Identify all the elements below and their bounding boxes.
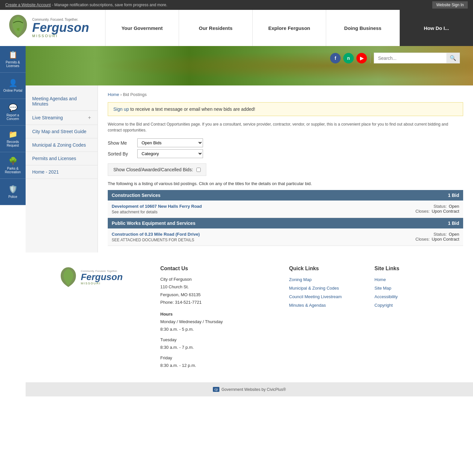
table-row: Construction of 0.23 Mile Road (Ford Dri… <box>108 228 463 246</box>
status-value-2: Open <box>449 232 459 237</box>
footer-hours-mwth-time: 8:30 a.m. - 5 p.m. <box>160 325 269 333</box>
quick-link-minutes[interactable]: Minutes & Agendas <box>289 301 355 310</box>
nav-doing-business[interactable]: Doing Business <box>326 10 399 46</box>
left-sidebar: 📋 Permits &Licenses 👤 Online Portal 💬 Re… <box>0 46 26 205</box>
svg-text:🌿: 🌿 <box>16 28 20 31</box>
logo-state: MISSOURI <box>32 34 89 38</box>
footer-site-links-heading: Site Links <box>374 266 440 272</box>
sidebar-police-label: Police <box>8 195 17 199</box>
sorted-by-select[interactable]: Category Date Title <box>137 149 203 158</box>
footer-contact-address1: 110 Church St. <box>160 283 269 291</box>
sidebar-item-online-portal[interactable]: 👤 Online Portal <box>0 73 26 99</box>
bid-status-line: Status: Open <box>345 204 459 209</box>
footer-logo-icon <box>58 266 78 289</box>
bid-item-public-works-info: Construction of 0.23 Mile Road (Ford Dri… <box>108 228 341 246</box>
secondary-nav-permits-label: Permits and Licenses <box>32 156 76 161</box>
sidebar-item-permits[interactable]: 📋 Permits &Licenses <box>0 46 26 73</box>
bid-category-construction-count: 1 Bid <box>341 190 463 201</box>
sidebar-item-police[interactable]: 🛡️ Police <box>0 179 26 205</box>
bid-closes-line: Closes: Upon Contract <box>345 209 459 214</box>
facebook-icon[interactable]: f <box>330 53 341 63</box>
nav-how-do-i[interactable]: How Do I... <box>399 10 473 46</box>
secondary-nav-live-streaming[interactable]: Live Streaming + <box>26 111 98 125</box>
secondary-nav-municipal-label: Municipal & Zoning Codes <box>32 142 86 148</box>
quick-link-zoning-map[interactable]: Zoning Map <box>289 275 355 284</box>
website-sign-in-button[interactable]: Website Sign In <box>432 1 468 9</box>
bid-status-line-2: Status: Open <box>345 232 459 237</box>
footer-contact: Contact Us City of Ferguson 110 Church S… <box>160 266 269 369</box>
header: 🌿 Community. Focused. Together. Ferguson… <box>0 10 473 46</box>
breadcrumb-home[interactable]: Home <box>108 92 119 97</box>
bid-category-construction-name: Construction Services <box>108 190 341 201</box>
hero-banner: f n ▶ 🔍 <box>0 46 473 85</box>
closed-bids-checkbox[interactable] <box>196 168 201 172</box>
content-area: Home › Bid Postings Sign up to receive a… <box>98 85 473 252</box>
closes-label-2: Closes: <box>416 237 430 242</box>
nav-explore-ferguson[interactable]: Explore Ferguson <box>252 10 326 46</box>
footer-site-links: Site Links Home Site Map Accessibility C… <box>374 266 440 369</box>
secondary-nav-city-map[interactable]: City Map and Street Guide <box>26 125 98 138</box>
nextdoor-icon[interactable]: n <box>343 53 354 63</box>
footer-logo-img: Community. Focused. Together. Ferguson M… <box>58 266 141 289</box>
site-link-accessibility[interactable]: Accessibility <box>374 293 440 301</box>
site-link-copyright[interactable]: Copyright <box>374 301 440 310</box>
logo-icon: 🌿 <box>7 13 30 43</box>
youtube-icon[interactable]: ▶ <box>356 53 367 63</box>
footer-quick-links-heading: Quick Links <box>289 266 355 272</box>
breadcrumb-current: Bid Postings <box>123 92 146 97</box>
nav-our-residents[interactable]: Our Residents <box>179 10 252 46</box>
breadcrumb: Home › Bid Postings <box>108 92 463 97</box>
quick-link-council[interactable]: Council Meeting Livestream <box>289 293 355 301</box>
create-account-link[interactable]: Create a Website Account <box>5 3 51 7</box>
footer-bottom: cp Government Websites by CivicPlus® <box>26 382 473 396</box>
bid-construction-link[interactable]: Development of 10607 New Halls Ferry Roa… <box>112 204 202 209</box>
status-value: Open <box>449 204 459 209</box>
secondary-nav-permits[interactable]: Permits and Licenses <box>26 152 98 165</box>
secondary-nav-home-2021[interactable]: Home - 2021 <box>26 165 98 179</box>
search-input[interactable] <box>374 54 446 63</box>
sidebar-item-records[interactable]: 📁 RecordsRequest <box>0 126 26 152</box>
secondary-nav-meeting-agendas-label: Meeting Agendas and Minutes <box>32 96 91 107</box>
sidebar-item-report-concern[interactable]: 💬 Report aConcern <box>0 99 26 126</box>
sidebar-parks-label: Parks &Recreation <box>5 167 21 174</box>
closes-value-2: Upon Contract <box>432 237 459 242</box>
sidebar-item-parks[interactable]: 🌳 Parks &Recreation <box>0 152 26 179</box>
sorted-by-filter: Sorted By Category Date Title <box>108 149 463 158</box>
top-bar: Create a Website Account - Manage notifi… <box>0 0 473 10</box>
police-icon: 🛡️ <box>9 185 17 194</box>
sign-up-link[interactable]: Sign up <box>113 107 129 112</box>
search-button[interactable]: 🔍 <box>446 53 460 63</box>
search-divider <box>370 53 371 63</box>
quick-link-municipal[interactable]: Municipal & Zoning Codes <box>289 284 355 293</box>
bid-public-works-link[interactable]: Construction of 0.23 Mile Road (Ford Dri… <box>112 232 200 237</box>
nav-your-government[interactable]: Your Government <box>105 10 179 46</box>
bid-construction-status: Status: Open Closes: Upon Contract <box>341 201 463 218</box>
logo-text-area: Community. Focused. Together. Ferguson M… <box>32 18 89 38</box>
secondary-nav-home-2021-label: Home - 2021 <box>32 169 59 175</box>
footer-hours-mwth: Monday / Wednesday / Thursday <box>160 318 269 325</box>
secondary-nav-municipal[interactable]: Municipal & Zoning Codes <box>26 138 98 152</box>
show-me-select[interactable]: Open Bids All Bids Closed Bids <box>137 138 203 147</box>
main-layout: Meeting Agendas and Minutes Live Streami… <box>26 85 473 252</box>
hero-background <box>0 46 473 85</box>
logo-area: 🌿 Community. Focused. Together. Ferguson… <box>0 10 105 46</box>
bid-public-works-desc: SEE ATTACHED DOCUMENTS FOR DETAILS <box>112 238 337 242</box>
footer-bottom-text: Government Websites by CivicPlus® <box>221 387 286 392</box>
secondary-nav-meeting-agendas[interactable]: Meeting Agendas and Minutes <box>26 92 98 111</box>
bid-category-public-works-count: 1 Bid <box>341 218 463 229</box>
logo-name: Ferguson <box>32 21 89 34</box>
site-link-home[interactable]: Home <box>374 275 440 284</box>
secondary-nav-live-streaming-label: Live Streaming <box>32 115 63 120</box>
footer-hours-tue: Tuesday <box>160 336 269 344</box>
civicplus-icon: cp <box>213 387 220 392</box>
site-link-site-map[interactable]: Site Map <box>374 284 440 293</box>
table-row: Development of 10607 New Halls Ferry Roa… <box>108 201 463 218</box>
alert-message: to receive a text message or email when … <box>130 107 255 112</box>
show-me-filter: Show Me Open Bids All Bids Closed Bids <box>108 138 463 147</box>
footer-contact-address2: Ferguson, MO 63135 <box>160 291 269 298</box>
footer-contact-org: City of Ferguson <box>160 275 269 283</box>
filter-row: Show Me Open Bids All Bids Closed Bids S… <box>108 138 463 158</box>
bid-item-construction-info: Development of 10607 New Halls Ferry Roa… <box>108 201 341 218</box>
footer-contact-heading: Contact Us <box>160 266 269 272</box>
online-portal-icon: 👤 <box>9 79 17 87</box>
